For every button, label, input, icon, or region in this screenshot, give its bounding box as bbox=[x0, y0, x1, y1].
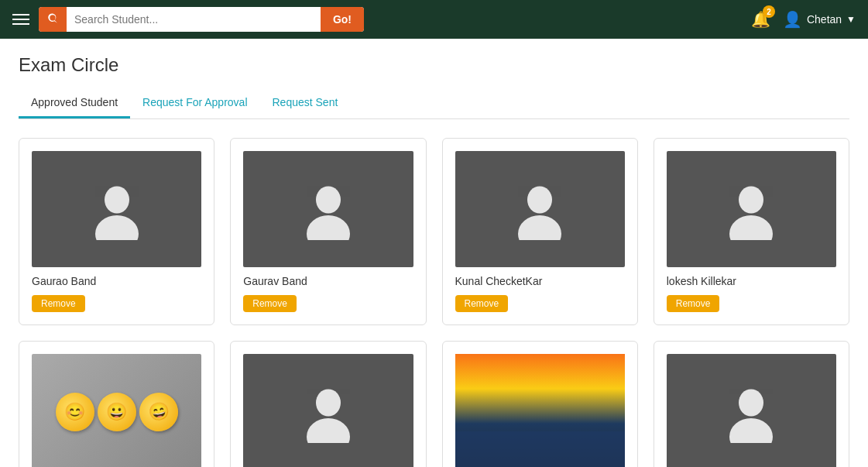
student-avatar bbox=[455, 354, 625, 467]
bell-badge: 2 bbox=[763, 5, 775, 18]
search-wrapper: Go! bbox=[39, 7, 364, 32]
svg-point-11 bbox=[729, 418, 773, 443]
bell-button[interactable]: 🔔 2 bbox=[751, 10, 770, 29]
go-button[interactable]: Go! bbox=[321, 7, 364, 32]
page-container: Exam Circle Approved Student Request For… bbox=[0, 39, 868, 467]
student-avatar: 😊 😀 😄 bbox=[32, 354, 201, 467]
tab-request-sent[interactable]: Request Sent bbox=[260, 88, 351, 118]
students-grid: Gaurao Band Remove Gaurav Band Remove bbox=[19, 138, 849, 467]
search-icon bbox=[39, 7, 67, 32]
dropdown-arrow-icon: ▼ bbox=[846, 14, 856, 25]
header: Go! 🔔 2 👤 Chetan ▼ bbox=[0, 0, 868, 39]
student-name: lokesh Killekar bbox=[667, 275, 836, 287]
student-avatar bbox=[243, 354, 413, 467]
search-input[interactable] bbox=[67, 7, 321, 32]
student-avatar bbox=[667, 354, 836, 467]
svg-point-3 bbox=[307, 215, 350, 240]
tab-request-approval[interactable]: Request For Approval bbox=[130, 88, 259, 118]
student-name: Gaurav Band bbox=[243, 275, 413, 287]
menu-icon[interactable] bbox=[12, 14, 29, 25]
user-menu[interactable]: 👤 Chetan ▼ bbox=[783, 10, 856, 29]
student-card: Pravin Orj Agrawal Remove bbox=[442, 341, 638, 467]
svg-point-10 bbox=[739, 389, 763, 416]
svg-point-6 bbox=[739, 186, 763, 213]
svg-point-8 bbox=[316, 389, 341, 416]
student-avatar bbox=[455, 151, 625, 267]
student-card: Paven Sonone Remove bbox=[230, 341, 426, 467]
svg-point-2 bbox=[316, 186, 341, 213]
svg-point-4 bbox=[527, 186, 552, 213]
student-card: Gaurav Band Remove bbox=[230, 138, 426, 325]
remove-button[interactable]: Remove bbox=[243, 295, 297, 312]
student-name: Kunal ChecketKar bbox=[455, 275, 625, 287]
remove-button[interactable]: Remove bbox=[32, 295, 85, 312]
page-title: Exam Circle bbox=[19, 54, 849, 76]
student-avatar bbox=[243, 151, 413, 267]
student-avatar bbox=[32, 151, 201, 267]
remove-button[interactable]: Remove bbox=[667, 295, 720, 312]
remove-button[interactable]: Remove bbox=[455, 295, 509, 312]
header-right: 🔔 2 👤 Chetan ▼ bbox=[751, 10, 856, 29]
svg-point-1 bbox=[95, 215, 139, 240]
student-card: ram harne Remove bbox=[654, 341, 849, 467]
student-card: Gaurao Band Remove bbox=[19, 138, 214, 325]
tab-approved-student[interactable]: Approved Student bbox=[19, 88, 130, 118]
student-card: lokesh Killekar Remove bbox=[654, 138, 849, 325]
student-name: Gaurao Band bbox=[32, 275, 201, 287]
student-card: Kunal ChecketKar Remove bbox=[442, 138, 638, 325]
svg-point-9 bbox=[307, 418, 350, 443]
svg-point-5 bbox=[518, 215, 561, 240]
tabs: Approved Student Request For Approval Re… bbox=[19, 88, 849, 119]
svg-point-0 bbox=[105, 186, 129, 213]
svg-point-7 bbox=[729, 215, 773, 240]
user-icon: 👤 bbox=[783, 10, 802, 29]
user-name: Chetan bbox=[807, 13, 842, 26]
student-avatar bbox=[667, 151, 836, 267]
student-card: 😊 😀 😄 Parag Oakte Remove bbox=[19, 341, 214, 467]
